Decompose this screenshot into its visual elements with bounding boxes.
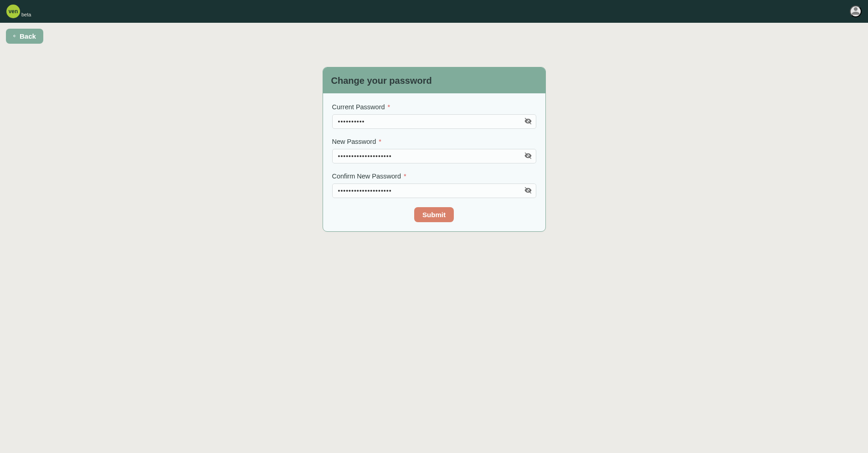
card-body: Current Password * New Password * [323, 93, 545, 231]
submit-row: Submit [332, 207, 536, 222]
confirm-password-input[interactable] [332, 183, 536, 198]
toggle-visibility-current[interactable] [524, 117, 533, 126]
back-button-label: Back [20, 32, 36, 40]
new-password-label: New Password * [332, 138, 536, 145]
new-password-input[interactable] [332, 149, 536, 163]
new-password-input-row [332, 149, 536, 163]
current-password-label: Current Password * [332, 103, 536, 111]
confirm-password-label: Confirm New Password * [332, 173, 536, 180]
card-title: Change your password [331, 76, 537, 86]
eye-off-icon [524, 152, 532, 161]
card-header: Change your password [323, 67, 545, 93]
field-current-password: Current Password * [332, 103, 536, 129]
back-button[interactable]: Back [6, 29, 43, 44]
current-password-input-row [332, 114, 536, 129]
toggle-visibility-confirm[interactable] [524, 186, 533, 195]
user-icon [851, 6, 860, 17]
field-confirm-password: Confirm New Password * [332, 173, 536, 198]
back-row: Back [0, 23, 868, 50]
current-password-input[interactable] [332, 114, 536, 129]
user-avatar-button[interactable] [850, 5, 862, 17]
arrow-left-icon [11, 32, 17, 40]
eye-off-icon [524, 117, 532, 127]
card-container: Change your password Current Password * [0, 67, 868, 232]
logo-text: ven [9, 8, 18, 15]
required-marker: * [388, 103, 390, 111]
toggle-visibility-new[interactable] [524, 152, 533, 161]
required-marker: * [379, 138, 381, 145]
logo-subtext: beta [21, 12, 31, 17]
eye-off-icon [524, 186, 532, 196]
confirm-password-input-row [332, 183, 536, 198]
change-password-card: Change your password Current Password * [323, 67, 546, 232]
logo-mark-icon: ven [6, 5, 20, 18]
logo[interactable]: ven beta [6, 5, 31, 18]
field-new-password: New Password * [332, 138, 536, 163]
required-marker: * [404, 173, 406, 180]
app-header: ven beta [0, 0, 868, 23]
submit-button[interactable]: Submit [414, 207, 454, 222]
